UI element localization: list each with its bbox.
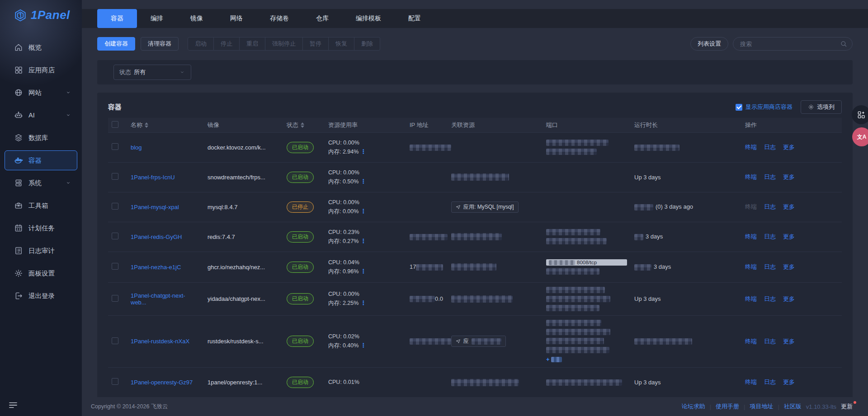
sidebar-item-overview[interactable]: 概览: [5, 37, 77, 57]
extension-launcher-button[interactable]: [852, 105, 868, 124]
tab-compose[interactable]: 编排: [137, 9, 177, 28]
project-link[interactable]: 项目地址: [750, 402, 773, 411]
tab-networks[interactable]: 网络: [217, 9, 256, 28]
sort-icon[interactable]: [145, 122, 148, 128]
terminal-link[interactable]: 终端: [745, 295, 757, 302]
container-name-link[interactable]: 1Panel-redis-GyGH: [131, 234, 182, 240]
translate-button[interactable]: 文A: [852, 127, 868, 146]
table-row: blog docker.ktovoz.com/k... 已启动 CPU: 0.0…: [108, 132, 842, 162]
container-name-link[interactable]: 1Panel-frps-IcnU: [131, 174, 175, 181]
tab-images[interactable]: 镜像: [177, 9, 217, 28]
clean-container-button[interactable]: 清理容器: [141, 37, 179, 51]
search-input[interactable]: [733, 37, 853, 51]
more-link[interactable]: 更多: [783, 379, 795, 385]
row-checkbox[interactable]: [112, 203, 118, 210]
more-ports-link[interactable]: +: [546, 356, 627, 363]
container-name-link[interactable]: 1Panel-openresty-Gz97: [131, 379, 193, 386]
update-link[interactable]: 更新: [841, 402, 853, 411]
logs-link[interactable]: 日志: [764, 295, 776, 302]
row-checkbox[interactable]: [112, 173, 118, 180]
related-app-tag[interactable]: 应用: MySQL [mysql]: [451, 201, 519, 213]
row-checkbox[interactable]: [112, 233, 118, 239]
terminal-link[interactable]: 终端: [745, 144, 757, 150]
terminal-link[interactable]: 终端: [745, 263, 757, 270]
logs-link[interactable]: 日志: [764, 144, 776, 150]
sidebar-item-app-store[interactable]: 应用商店: [5, 60, 77, 80]
community-edition-link[interactable]: 社区版: [784, 402, 802, 411]
terminal-link[interactable]: 终端: [745, 338, 757, 345]
sort-icon[interactable]: [301, 122, 304, 128]
related-app-tag[interactable]: 应: [451, 336, 506, 347]
col-status[interactable]: 状态: [283, 118, 325, 132]
resume-button[interactable]: 恢复: [329, 37, 354, 51]
restart-button[interactable]: 重启: [240, 37, 265, 51]
sidebar-item-containers[interactable]: 容器: [5, 150, 77, 170]
sidebar-item-logs[interactable]: 日志审计: [5, 241, 77, 261]
tab-compose-templates[interactable]: 编排模板: [342, 9, 395, 28]
sidebar-collapse-button[interactable]: [8, 401, 18, 411]
sidebar-item-logout[interactable]: 退出登录: [5, 286, 77, 306]
terminal-link[interactable]: 终端: [745, 379, 757, 385]
monitor-more-icon[interactable]: ⋮: [360, 178, 366, 185]
monitor-more-icon[interactable]: ⋮: [360, 299, 366, 306]
start-button[interactable]: 启动: [188, 37, 214, 51]
container-name-link[interactable]: blog: [131, 144, 142, 151]
monitor-more-icon[interactable]: ⋮: [360, 342, 366, 349]
sidebar-item-toolbox[interactable]: 工具箱: [5, 196, 77, 215]
sidebar-item-website[interactable]: 网站: [5, 83, 77, 103]
sidebar-item-cron[interactable]: 计划任务: [5, 218, 77, 238]
terminal-link[interactable]: 终端: [745, 173, 757, 180]
logs-link[interactable]: 日志: [764, 263, 776, 270]
more-link[interactable]: 更多: [783, 173, 795, 180]
more-link[interactable]: 更多: [783, 338, 795, 345]
tab-repos[interactable]: 仓库: [302, 9, 342, 28]
column-options-button[interactable]: 选项列: [801, 100, 842, 114]
row-checkbox[interactable]: [112, 378, 118, 385]
container-name-link[interactable]: 1Panel-mysql-xpal: [131, 204, 179, 210]
more-link[interactable]: 更多: [783, 144, 795, 150]
col-name[interactable]: 名称: [127, 118, 204, 132]
sidebar-item-system[interactable]: 系统: [5, 173, 77, 193]
create-container-button[interactable]: 创建容器: [97, 37, 135, 51]
row-checkbox[interactable]: [112, 143, 118, 150]
container-name-link[interactable]: 1Panel-chatgpt-next-web...: [131, 292, 185, 306]
list-settings-button[interactable]: 列表设置: [690, 37, 728, 51]
logs-link[interactable]: 日志: [764, 233, 776, 240]
monitor-more-icon[interactable]: ⋮: [360, 208, 366, 215]
sidebar-item-database[interactable]: 数据库: [5, 128, 77, 148]
more-link[interactable]: 更多: [783, 295, 795, 302]
force-stop-button[interactable]: 强制停止: [265, 37, 303, 51]
more-link[interactable]: 更多: [783, 263, 795, 270]
logs-link[interactable]: 日志: [764, 203, 776, 210]
logs-link[interactable]: 日志: [764, 338, 776, 345]
sidebar-item-settings[interactable]: 面板设置: [5, 263, 77, 283]
row-checkbox[interactable]: [112, 263, 118, 270]
stop-button[interactable]: 停止: [214, 37, 240, 51]
logs-link[interactable]: 日志: [764, 379, 776, 385]
container-name-link[interactable]: 1Panel-nezha-e1jC: [131, 264, 181, 271]
delete-button[interactable]: 删除: [354, 37, 380, 51]
forum-help-link[interactable]: 论坛求助: [682, 402, 705, 411]
pause-button[interactable]: 暂停: [303, 37, 329, 51]
row-checkbox[interactable]: [112, 337, 118, 344]
tab-containers[interactable]: 容器: [97, 9, 137, 28]
monitor-more-icon[interactable]: ⋮: [360, 148, 366, 155]
status-filter-select[interactable]: 状态 所有: [113, 65, 191, 80]
tab-volumes[interactable]: 存储卷: [256, 9, 302, 28]
select-all-checkbox[interactable]: [112, 121, 118, 128]
redacted-ports: [546, 140, 627, 155]
tab-config[interactable]: 配置: [395, 9, 434, 28]
terminal-link[interactable]: 终端: [745, 233, 757, 240]
logs-link[interactable]: 日志: [764, 173, 776, 180]
sidebar-item-ai[interactable]: AI: [5, 105, 77, 125]
grid-icon: [14, 65, 23, 75]
manual-link[interactable]: 使用手册: [716, 402, 739, 411]
row-checkbox[interactable]: [112, 295, 118, 302]
container-name-link[interactable]: 1Panel-rustdesk-nXaX: [131, 338, 189, 345]
more-link[interactable]: 更多: [783, 203, 795, 210]
monitor-more-icon[interactable]: ⋮: [360, 268, 366, 275]
show-store-containers-checkbox[interactable]: 显示应用商店容器: [736, 103, 793, 111]
more-link[interactable]: 更多: [783, 233, 795, 240]
monitor-more-icon[interactable]: ⋮: [360, 238, 366, 244]
docker-whale-icon: [14, 156, 23, 165]
